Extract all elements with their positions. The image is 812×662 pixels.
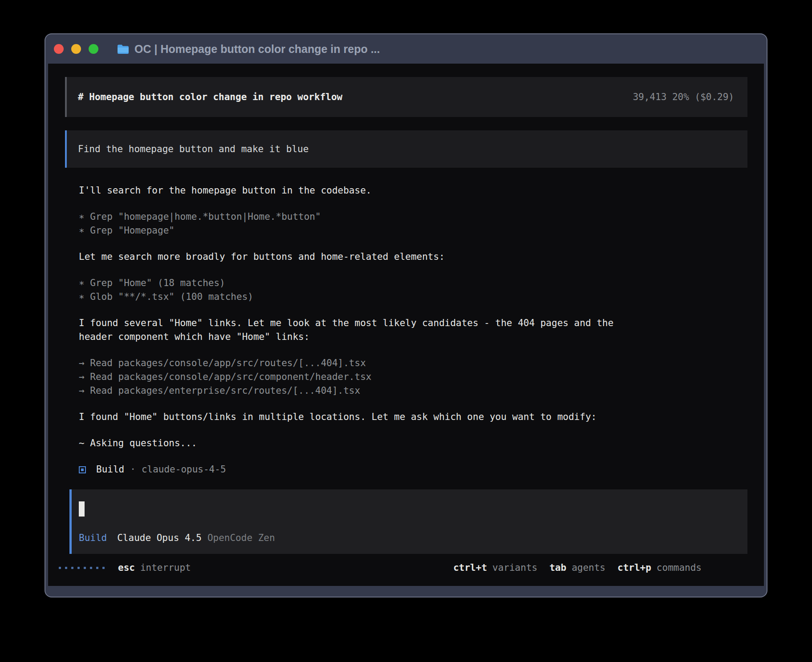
minimize-button[interactable] — [71, 44, 81, 54]
shortcut-key: ctrl+t — [453, 561, 487, 575]
shortcut-label: interrupt — [140, 561, 191, 575]
tool-call-group: ∗ Grep "homepage|home.*button|Home.*butt… — [79, 210, 746, 238]
agent-name: Build — [96, 463, 124, 476]
shortcut-interrupt: esc interrupt — [118, 561, 191, 575]
window-title: OC | Homepage button color change in rep… — [134, 43, 380, 56]
assistant-text: I'll search for the homepage button in t… — [79, 184, 746, 198]
spinner-dot — [84, 567, 86, 569]
spinner-dot — [71, 567, 73, 569]
assistant-text: I found "Home" buttons/links in multiple… — [79, 410, 746, 424]
input-mode-label: Build — [79, 531, 107, 545]
shortcut-key: ctrl+p — [617, 561, 651, 575]
user-message: Find the homepage button and make it blu… — [65, 130, 747, 168]
input-footer: Build Claude Opus 4.5 OpenCode Zen — [79, 531, 275, 545]
close-button[interactable] — [54, 44, 64, 54]
folder-icon — [117, 44, 129, 54]
agent-icon — [79, 466, 86, 473]
session-title: # Homepage button color change in repo w… — [78, 90, 342, 104]
terminal-content: # Homepage button color change in repo w… — [48, 64, 764, 586]
desktop: { "window": { "title": "OC | Homepage bu… — [0, 0, 812, 662]
shortcut-agents: tab agents — [549, 561, 605, 575]
assistant-text: I found several "Home" links. Let me loo… — [79, 316, 746, 344]
window-titlebar[interactable]: OC | Homepage button color change in rep… — [45, 34, 767, 64]
tool-call: → Read packages/console/app/src/componen… — [79, 370, 746, 384]
status-bar: esc interrupt ctrl+t variants tab agents… — [48, 561, 764, 575]
zoom-button[interactable] — [89, 44, 98, 54]
spinner-dot — [77, 567, 80, 569]
spinner-dot — [65, 567, 67, 569]
spinner-dot — [59, 567, 61, 569]
text-cursor — [79, 501, 85, 517]
tool-call-group: ∗ Grep "Home" (18 matches) ∗ Glob "**/*.… — [79, 276, 746, 304]
session-header: # Homepage button color change in repo w… — [65, 77, 747, 117]
shortcut-variants: ctrl+t variants — [453, 561, 537, 575]
tool-call: ∗ Grep "Homepage" — [79, 224, 746, 238]
tool-call: ∗ Grep "Home" (18 matches) — [79, 276, 746, 290]
tool-call: ∗ Grep "homepage|home.*button|Home.*butt… — [79, 210, 746, 224]
tool-call: ∗ Glob "**/*.tsx" (100 matches) — [79, 290, 746, 304]
agent-model: claude-opus-4-5 — [142, 463, 226, 476]
spinner-dot — [90, 567, 92, 569]
terminal-window: OC | Homepage button color change in rep… — [45, 33, 767, 597]
agent-status-line: Build · claude-opus-4-5 — [79, 463, 746, 476]
shortcut-label: variants — [492, 561, 537, 575]
input-provider-label: OpenCode Zen — [207, 531, 275, 545]
input-model-label: Claude Opus 4.5 — [117, 531, 202, 545]
shortcut-key: tab — [549, 561, 566, 575]
shortcut-group: ctrl+t variants tab agents ctrl+p comman… — [453, 561, 702, 575]
spinner-dot — [102, 567, 105, 569]
working-spinner — [59, 567, 105, 569]
user-message-text: Find the homepage button and make it blu… — [78, 142, 309, 156]
shortcut-key: esc — [118, 561, 135, 575]
shortcut-label: commands — [657, 561, 702, 575]
tool-call-group: → Read packages/console/app/src/routes/[… — [79, 356, 746, 398]
agent-separator: · — [130, 463, 136, 476]
tool-call: → Read packages/enterprise/src/routes/[.… — [79, 384, 746, 398]
prompt-input[interactable]: Build Claude Opus 4.5 OpenCode Zen — [69, 489, 747, 554]
shortcut-label: agents — [572, 561, 605, 575]
session-token-stats: 39,413 20% ($0.29) — [633, 90, 734, 104]
tool-call: → Read packages/console/app/src/routes/[… — [79, 356, 746, 370]
assistant-text: Let me search more broadly for buttons a… — [79, 250, 746, 264]
spinner-dot — [96, 567, 98, 569]
transcript: I'll search for the homepage button in t… — [79, 184, 746, 476]
assistant-status-text: ~ Asking questions... — [79, 436, 746, 450]
shortcut-commands: ctrl+p commands — [617, 561, 702, 575]
